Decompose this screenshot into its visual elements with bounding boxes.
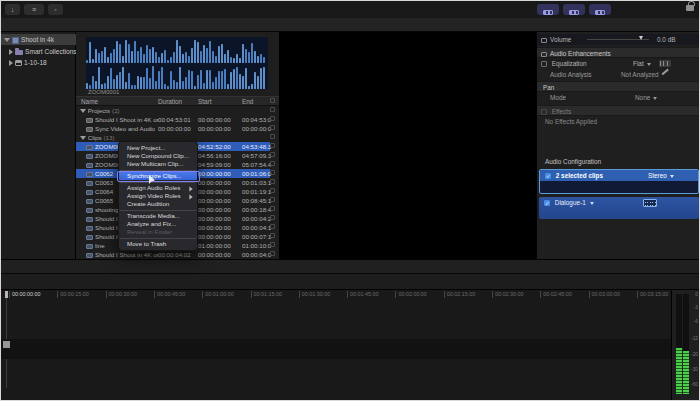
cell-end: 00:04:53:0: [242, 115, 271, 124]
clip-name: Should I Shoot in 4K or...: [95, 250, 159, 259]
cell-start: 00:00:00:00: [198, 124, 231, 133]
disclosure-closed-icon[interactable]: [9, 49, 13, 55]
clip-name: C0065: [95, 196, 113, 205]
clip-waveform-preview[interactable]: [86, 37, 268, 89]
cell-start: 00:00:00:00: [198, 187, 231, 196]
equalization-checkbox[interactable]: [541, 61, 547, 67]
row-marker-square: [270, 125, 275, 130]
lock-icon[interactable]: [686, 5, 694, 11]
pan-mode-value[interactable]: None: [635, 92, 657, 103]
disclosure-open-icon[interactable]: [80, 136, 86, 140]
clip-stub[interactable]: [3, 341, 10, 348]
cell-duration: 00:00:00:00: [158, 124, 191, 133]
menu-item-new-compound-clip[interactable]: New Compound Clip...: [119, 152, 197, 160]
cell-start: 04:52:52:00: [198, 142, 231, 151]
browser-clip-row[interactable]: Sync Video and Audio00:00:00:0000:00:00:…: [76, 124, 270, 133]
row-marker-square: [270, 206, 275, 211]
ruler-tick: 00:02:30:00: [492, 291, 523, 298]
effects-checkbox[interactable]: [541, 109, 547, 115]
audio-inspector-panel: Volume 0.0 dB Audio Enhancements Equaliz…: [536, 32, 700, 259]
cell-end: 01:00:10:0: [242, 241, 271, 250]
row-marker-square: [270, 134, 275, 139]
annotation-highlight-box: [117, 171, 200, 182]
row-marker-square: [270, 242, 275, 247]
clip-icon: [86, 253, 93, 258]
playhead-handle[interactable]: [5, 291, 8, 298]
cell-start: 00:00:00:00: [198, 214, 231, 223]
dialogue-checkbox[interactable]: ✓: [544, 200, 550, 206]
disclosure-closed-icon[interactable]: [9, 60, 13, 66]
viewer-canvas[interactable]: [279, 32, 536, 259]
cell-start: 00:00:00:00: [198, 196, 231, 205]
stereo-waveform-icon: [643, 199, 657, 207]
ruler-tick: 00:00:45:00: [154, 291, 185, 298]
timeline-panel[interactable]: 00:00:00:0000:00:15:0000:00:30:0000:00:4…: [1, 290, 699, 401]
equalization-value[interactable]: Flat: [633, 58, 651, 69]
timer-icon[interactable]: ◦: [48, 4, 63, 15]
clip-icon: [86, 181, 93, 186]
ruler-tick: 00:02:00:00: [395, 291, 426, 298]
toggle-browser-button[interactable]: [537, 4, 559, 15]
menu-item-create-audition[interactable]: Create Audition: [119, 200, 197, 208]
download-arrow-icon[interactable]: ↓: [5, 4, 20, 15]
meter-scale-label: -60: [688, 382, 698, 387]
row-marker-square: [270, 170, 275, 175]
browser-clip-row[interactable]: Should I Shoot in 4K or...00:04:53:0100:…: [76, 115, 270, 124]
pan-header[interactable]: Pan: [537, 81, 700, 92]
menu-item-synchronize-clips[interactable]: Synchronize Clips...: [119, 172, 197, 180]
no-effects-row: No Effects Applied: [537, 116, 700, 127]
ruler-tick: 00:02:15:00: [444, 291, 475, 298]
effects-header[interactable]: Effects: [537, 105, 700, 116]
menu-item-new-project[interactable]: New Project...: [119, 144, 197, 152]
sidebar-item-library[interactable]: Shoot in 4k: [1, 34, 76, 45]
ruler-tick: 00:00:00:00: [9, 291, 40, 298]
equalizer-button[interactable]: [659, 60, 671, 67]
clip-icon: [86, 244, 93, 249]
row-marker-square: [270, 116, 275, 121]
ruler-tick: 00:01:45:00: [347, 291, 378, 298]
cell-end: 00:01:06:0: [242, 169, 271, 178]
status-strip: 2 of 16 selected, 2m 2.67s 00:00:00:00 S…: [1, 259, 699, 273]
menu-item-new-multicam-clip[interactable]: New Multicam Clip...: [119, 160, 197, 168]
volume-value[interactable]: 0.0 dB: [657, 34, 675, 45]
meter-scale-label: -3: [688, 305, 698, 310]
waveform-lane: [86, 64, 268, 89]
cell-end: 00:01:19:1: [242, 187, 271, 196]
audio-config-selection[interactable]: ✓ 2 selected clips Stereo: [539, 169, 699, 194]
cell-start: 04:56:16:00: [198, 151, 231, 160]
meter-scale-label: -30: [688, 367, 698, 372]
sidebar-item-event[interactable]: 1-10-18: [1, 57, 76, 68]
cell-end: 00:00:04:1: [242, 223, 271, 232]
browser-group-row[interactable]: Projects(2): [76, 106, 270, 115]
disclosure-open-icon[interactable]: [4, 38, 10, 42]
audio-config-dialogue-row[interactable]: ✓ Dialogue-1: [539, 197, 699, 219]
volume-label: Volume: [550, 36, 571, 43]
screen-capture-icon[interactable]: ≡: [24, 4, 44, 15]
menu-item-assign-audio-roles[interactable]: Assign Audio Roles: [119, 184, 197, 192]
browser-panel-icon: [543, 10, 553, 15]
sidebar-item-smart-collections[interactable]: Smart Collections: [1, 46, 76, 57]
magic-wand-icon[interactable]: [661, 69, 668, 75]
menu-separator: [120, 238, 196, 239]
toggle-inspector-button[interactable]: [589, 4, 611, 15]
menu-item-assign-video-roles[interactable]: Assign Video Roles: [119, 192, 197, 200]
cell-end: 00:00:07:1: [242, 232, 271, 241]
audio-enhancements-header[interactable]: Audio Enhancements: [537, 47, 700, 58]
selection-label: 2 selected clips: [556, 172, 603, 179]
menu-item-analyze-and-fix[interactable]: Analyze and Fix...: [119, 220, 197, 228]
channel-format-dropdown[interactable]: Stereo: [648, 170, 674, 181]
volume-slider-thumb[interactable]: [639, 36, 643, 40]
primary-storyline-lane[interactable]: [1, 339, 671, 359]
cell-end: 00:00:18:4: [242, 205, 271, 214]
disclosure-open-icon[interactable]: [80, 109, 86, 113]
menu-item-move-to-trash[interactable]: Move to Trash: [119, 240, 197, 248]
preview-clip-label: ZOOM0001: [88, 89, 119, 95]
toggle-timeline-button[interactable]: [563, 4, 585, 15]
menu-item-transcode-media[interactable]: Transcode Media...: [119, 212, 197, 220]
menu-separator: [120, 182, 196, 183]
row-marker-square: [270, 179, 275, 184]
selection-checkbox[interactable]: ✓: [545, 173, 551, 179]
sidebar-item-label: 1-10-18: [24, 59, 47, 66]
meter-scale-label: -20: [688, 352, 698, 357]
browser-clip-row[interactable]: Should I Shoot in 4K or...00:00:04:0200:…: [76, 250, 270, 259]
